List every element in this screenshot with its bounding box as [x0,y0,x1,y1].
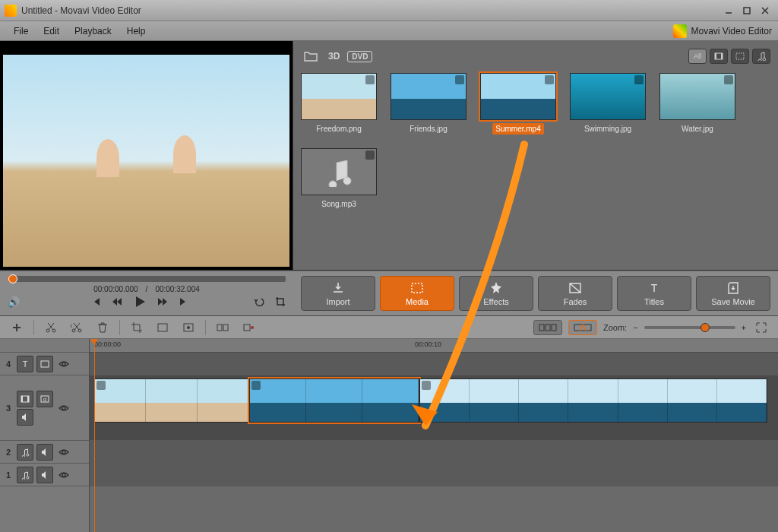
maximize-button[interactable] [738,4,755,17]
media-badge-icon [365,75,375,84]
track-header-1[interactable]: 1 [0,464,89,486]
3d-button[interactable]: 3D [328,51,340,62]
media-thumb-2[interactable]: Summer.mp4 [480,73,556,135]
timeline-clip-1[interactable]: Friends.jpg (0:00:05) [249,378,419,423]
track-header-2[interactable]: 2 [0,441,89,464]
app-icon [5,5,17,17]
svg-point-30 [62,407,65,410]
zoom-slider[interactable] [644,326,735,329]
tab-titles[interactable]: TTitles [617,276,691,311]
timeline-view-timeline[interactable] [568,320,597,335]
tab-effects[interactable]: Effects [459,276,533,311]
svg-rect-14 [217,325,222,331]
visibility-track-4[interactable] [56,357,71,371]
timeline-view-storyboard[interactable] [533,320,562,335]
skip-start-button[interactable] [90,296,101,307]
media-thumb-label: Swimming.jpg [581,123,634,135]
track-area[interactable]: 00:00:00 00:00:10 Freedom.png (0:00:05)F… [90,339,778,532]
media-thumb-1[interactable]: Friends.jpg [391,73,466,135]
record-button[interactable] [239,319,258,336]
media-thumb-3[interactable]: Swimming.jpg [570,73,646,135]
dvd-button[interactable]: DVD [347,51,372,62]
link-track-icon[interactable]: α [36,391,53,407]
cut-left-button[interactable] [68,319,86,336]
media-thumb-0[interactable]: Freedom.png [301,73,377,135]
svg-point-13 [187,326,190,329]
media-thumb-label: Water.jpg [678,123,716,135]
menu-file[interactable]: File [6,23,36,40]
svg-rect-2 [715,53,716,59]
tab-import[interactable]: Import [301,276,375,311]
svg-rect-16 [244,325,250,331]
playhead[interactable] [94,339,95,532]
close-button[interactable] [757,4,773,17]
timeline-clip-2[interactable]: Summer.mp4 (0:00:12) [419,378,767,423]
tab-save-movie[interactable]: Save Movie [696,276,770,311]
timeline-ruler[interactable]: 00:00:00 00:00:10 [90,339,778,353]
menu-playback[interactable]: Playback [67,23,119,40]
track-row-4[interactable] [90,353,778,375]
window-titlebar: Untitled - Movavi Video Editor [0,0,778,21]
track-row-3[interactable]: Freedom.png (0:00:05)Friends.jpg (0:00:0… [90,375,778,441]
menu-help[interactable]: Help [119,23,153,40]
speaker-icon-1[interactable] [36,467,53,483]
track-row-1[interactable] [90,464,778,486]
clip-badge-icon [96,381,106,390]
track-number-1: 1 [3,470,14,480]
titles-track-icon: T [17,356,33,372]
media-thumb-5[interactable]: Song.mp3 [301,148,377,210]
track-row-2[interactable] [90,441,778,464]
svg-rect-3 [721,53,723,59]
crop-button[interactable] [275,296,286,307]
props-button[interactable] [153,319,172,336]
progress-bar[interactable] [8,276,286,282]
preview-image[interactable] [3,55,289,267]
undo-button[interactable] [254,296,264,307]
timeline-clip-0[interactable]: Freedom.png (0:00:05) [94,378,249,423]
media-thumb-label: Summer.mp4 [492,123,543,135]
library-toolbar: 3D DVD All [301,46,770,67]
menu-edit[interactable]: Edit [36,23,67,40]
filter-image-button[interactable] [731,49,749,64]
svg-point-32 [62,473,65,477]
tab-media-label: Media [406,297,429,306]
track-header-3[interactable]: 3 α [0,375,89,441]
cut-button[interactable] [42,319,60,336]
effects-tool-button[interactable] [179,319,198,336]
play-button[interactable] [133,295,147,309]
forward-button[interactable] [157,296,168,307]
tab-media[interactable]: Media [380,276,454,311]
media-thumb-label: Song.mp3 [318,198,359,210]
skip-end-button[interactable] [179,296,189,307]
visibility-track-1[interactable] [56,468,71,482]
tab-titles-label: Titles [644,297,664,306]
filter-all-button[interactable]: All [688,49,707,64]
library-scroll[interactable]: Freedom.pngFriends.jpgSummer.mp4Swimming… [301,67,770,270]
rewind-button[interactable] [112,296,122,307]
minimize-button[interactable] [720,4,737,17]
volume-icon[interactable]: 🔊 [8,296,20,308]
delete-button[interactable] [93,319,112,336]
filter-audio-button[interactable] [752,49,770,64]
add-clip-button[interactable] [8,319,26,336]
clip-badge-icon [251,381,261,390]
tab-fades[interactable]: Fades [538,276,612,311]
visibility-track-3[interactable] [56,401,71,415]
split-button[interactable] [213,319,232,336]
zoom-plus[interactable]: + [742,323,746,332]
track-headers: 4 T 3 α 2 1 [0,339,90,532]
track-header-4[interactable]: 4 T [0,353,89,375]
media-thumb-4[interactable]: Water.jpg [659,73,735,135]
svg-point-24 [62,363,65,366]
crop-tool-button[interactable] [128,319,146,336]
titles-overlay-icon[interactable] [36,356,53,372]
media-badge-icon [634,75,644,84]
open-folder-button[interactable] [301,48,321,65]
visibility-track-2[interactable] [56,445,71,459]
speaker-icon-2[interactable] [36,444,53,461]
zoom-minus[interactable]: − [633,323,637,332]
filter-video-button[interactable] [710,49,728,64]
fit-timeline-button[interactable] [752,319,770,336]
brand-text: Movavi Video Editor [691,26,773,36]
timeline: 4 T 3 α 2 1 [0,339,778,532]
